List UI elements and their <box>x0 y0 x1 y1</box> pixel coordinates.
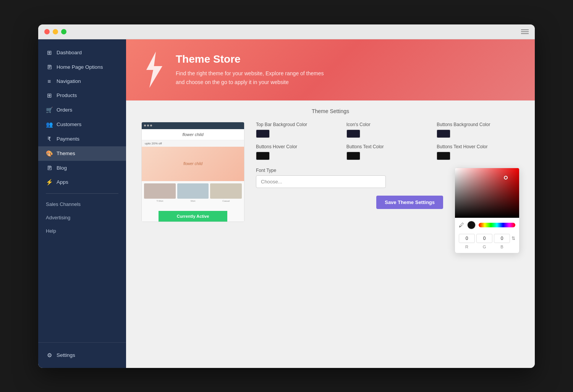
color-swatch-buttons-text-hover[interactable] <box>437 152 450 160</box>
dot-red[interactable] <box>44 29 50 34</box>
sidebar-item-apps[interactable]: ⚡ Apps <box>38 175 126 190</box>
color-picker-popup: 🖊 0 0 0 ⇅ R <box>455 168 520 253</box>
sidebar: ⊞ Dashboard 🖹 Home Page Options ≡ Naviga… <box>38 39 126 368</box>
sidebar-item-navigation[interactable]: ≡ Navigation <box>38 74 126 88</box>
preview-product-2: Shirt <box>177 183 209 202</box>
sidebar-item-advertising[interactable]: Advertising <box>38 211 126 224</box>
color-label-buttons-text: Buttons Text Color <box>346 144 429 149</box>
color-label-icons: Icon's Color <box>346 122 429 127</box>
color-picker-controls: 🖊 <box>455 218 519 232</box>
products-icon: ⊞ <box>46 92 53 99</box>
sidebar-item-customers[interactable]: 👥 Customers <box>38 117 126 132</box>
currently-active-badge[interactable]: Currently Active <box>159 211 227 222</box>
sidebar-item-products[interactable]: ⊞ Products <box>38 88 126 103</box>
dot-green[interactable] <box>61 29 66 34</box>
rgb-mode-indicator[interactable]: ⇅ <box>511 236 515 241</box>
sidebar-item-dashboard[interactable]: ⊞ Dashboard <box>38 45 126 60</box>
color-field-buttons-text-hover: Buttons Text Hover Color <box>437 144 520 160</box>
preview-hero-label: flower child <box>183 162 202 166</box>
color-label-top-bar-bg: Top Bar Backgroud Color <box>256 122 339 127</box>
preview-dot-3 <box>150 125 152 126</box>
sidebar-label-blog: Blog <box>57 165 67 171</box>
preview-product-3: Casual <box>210 183 242 202</box>
color-label-buttons-text-hover: Buttons Text Hover Color <box>437 144 520 149</box>
sidebar-item-home-page-options[interactable]: 🖹 Home Page Options <box>38 60 126 74</box>
color-swatch-buttons-text[interactable] <box>346 152 360 160</box>
preview-product-1: T-Shirt <box>144 183 176 202</box>
rgb-r-input[interactable]: 0 <box>459 234 475 243</box>
theme-preview: flower child upto 20% off flower child <box>141 122 244 222</box>
sidebar-label-products: Products <box>57 92 77 98</box>
save-theme-settings-button[interactable]: Save Theme Settings <box>376 196 443 209</box>
font-type-select[interactable]: Choose... Arial Roboto Open Sans Montser… <box>256 175 386 188</box>
sidebar-label-payments: Payments <box>57 136 79 142</box>
color-swatch-buttons-bg[interactable] <box>437 130 450 138</box>
preview-dot-1 <box>144 125 146 126</box>
sidebar-item-payments[interactable]: ₹ Payments <box>38 132 126 146</box>
color-picker-cursor <box>504 176 508 180</box>
sidebar-item-help[interactable]: Help <box>38 224 126 238</box>
customers-icon: 👥 <box>46 121 53 128</box>
color-label-buttons-hover: Buttons Hover Color <box>256 144 339 149</box>
sidebar-label-dashboard: Dashboard <box>57 50 82 55</box>
rainbow-bar[interactable] <box>479 223 515 227</box>
hero-text: Theme Store Find the right theme for you… <box>176 53 329 86</box>
preview-product-label-1: T-Shirt <box>157 200 163 202</box>
rgb-g-input[interactable]: 0 <box>476 234 492 243</box>
main-content: Theme Store Find the right theme for you… <box>126 39 535 368</box>
sidebar-label-orders: Orders <box>57 107 72 113</box>
theme-settings-content: flower child upto 20% off flower child <box>141 122 520 222</box>
save-btn-wrapper: Save Theme Settings <box>256 196 443 209</box>
rgb-b-input[interactable]: 0 <box>494 234 510 243</box>
color-preview-circle <box>467 221 476 229</box>
svg-marker-0 <box>146 52 162 88</box>
preview-offer-bar: upto 20% off <box>142 140 244 147</box>
color-swatch-top-bar-bg[interactable] <box>256 130 270 138</box>
browser-dots <box>44 29 66 34</box>
lightning-bolt-icon <box>141 51 164 89</box>
sidebar-label-themes: Themes <box>57 151 75 156</box>
sidebar-divider <box>46 193 118 194</box>
sidebar-label-home-page-options: Home Page Options <box>57 64 103 70</box>
color-label-buttons-bg: Buttons Background Color <box>437 122 520 127</box>
preview-product-img-3 <box>210 183 242 199</box>
sidebar-item-settings[interactable]: ⚙ Settings <box>46 349 118 362</box>
sidebar-item-themes[interactable]: 🎨 Themes <box>38 146 126 161</box>
color-field-top-bar-bg: Top Bar Backgroud Color <box>256 122 339 138</box>
sidebar-label-apps: Apps <box>57 179 68 185</box>
hero-description: Find the right theme for your website, E… <box>176 69 329 86</box>
color-swatch-icons[interactable] <box>346 130 360 138</box>
sidebar-item-sales-channels[interactable]: Sales Channels <box>38 198 126 211</box>
themes-icon: 🎨 <box>46 150 53 157</box>
navigation-icon: ≡ <box>46 78 53 84</box>
sidebar-label-settings: Settings <box>57 352 75 358</box>
sidebar-nav: ⊞ Dashboard 🖹 Home Page Options ≡ Naviga… <box>38 39 126 342</box>
color-picker-gradient[interactable] <box>455 168 519 218</box>
browser-window: ⊞ Dashboard 🖹 Home Page Options ≡ Naviga… <box>38 24 535 368</box>
eyedropper-icon[interactable]: 🖊 <box>459 222 464 228</box>
sidebar-bottom: ⚙ Settings <box>38 342 126 368</box>
preview-product-img-1 <box>144 183 176 199</box>
color-rgb-inputs: 0 0 0 ⇅ <box>455 232 519 245</box>
r-label: R <box>459 245 475 249</box>
browser-menu-icon[interactable] <box>521 29 529 34</box>
sidebar-label-help: Help <box>46 228 56 234</box>
dashboard-icon: ⊞ <box>46 49 53 56</box>
apps-icon: ⚡ <box>46 179 53 186</box>
sidebar-label-customers: Customers <box>57 121 81 127</box>
color-field-buttons-text: Buttons Text Color <box>346 144 429 160</box>
color-field-buttons-bg: Buttons Background Color <box>437 122 520 138</box>
rgb-labels: R G B <box>455 245 519 249</box>
hero-title: Theme Store <box>176 53 329 65</box>
color-field-icons: Icon's Color <box>346 122 429 138</box>
color-swatch-buttons-hover[interactable] <box>256 152 270 160</box>
blog-icon: 🖹 <box>46 165 53 171</box>
dot-yellow[interactable] <box>53 29 58 34</box>
sidebar-item-orders[interactable]: 🛒 Orders <box>38 103 126 117</box>
color-field-buttons-hover: Buttons Hover Color <box>256 144 339 160</box>
preview-offer-text: upto 20% off <box>145 142 162 145</box>
sidebar-label-navigation: Navigation <box>57 78 81 84</box>
sidebar-item-blog[interactable]: 🖹 Blog <box>38 161 126 175</box>
app-container: ⊞ Dashboard 🖹 Home Page Options ≡ Naviga… <box>38 39 535 368</box>
payments-icon: ₹ <box>46 136 53 143</box>
